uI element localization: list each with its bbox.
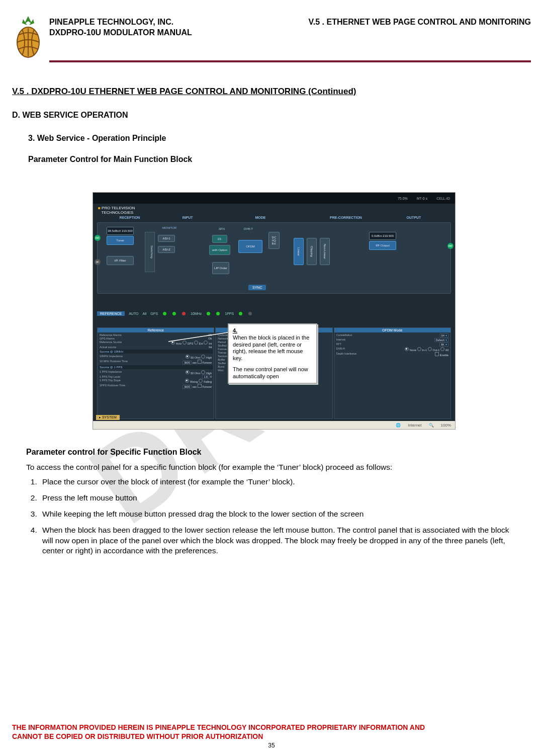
brand-line2: TECHNOLOGIES [102, 210, 134, 215]
status-internet: Internet [408, 423, 421, 428]
opt-none[interactable]: None [410, 349, 416, 352]
flow-header-reception: RECEPTION [97, 216, 162, 219]
section-d-heading: D. WEB SERVICE OPERATION [12, 111, 531, 120]
fft-select[interactable]: 8K [439, 343, 448, 347]
zoom-icon: 🔍 [429, 423, 434, 428]
callout-p1: When the block is placed in the desired … [233, 334, 309, 361]
reference-all: All [143, 312, 147, 315]
rf-port-out[interactable]: RF [447, 243, 454, 249]
block-rf-output[interactable]: RF Output [369, 241, 396, 250]
holdover-1pps-value[interactable]: 3600 [183, 385, 192, 389]
callout-number: 4. [233, 327, 237, 333]
mid-row-9: Burst [218, 365, 224, 368]
ref-alarms-label: Reference Alarms [100, 333, 122, 337]
block-clipping[interactable]: Clipping [307, 238, 317, 265]
holdover-10mhz-label: 10 MHz Holdover Time [100, 360, 128, 364]
step-4: When the block has been dragged to the l… [39, 525, 517, 555]
app-brand: ■ PRO TELEVISION TECHNOLOGIES [98, 206, 135, 215]
reference-label: REFERENCE [97, 311, 125, 316]
led-icon [216, 312, 220, 315]
block-nonlinear[interactable]: Non-Linear [320, 238, 330, 265]
radio-icon[interactable] [186, 355, 190, 359]
topbar-value-a: 75.0% [398, 197, 408, 200]
title-suffix: (Continued) [306, 87, 356, 96]
led-icon [172, 312, 176, 315]
block-lip[interactable]: LIP Order [212, 262, 229, 274]
sync-button[interactable]: SYNC [248, 285, 266, 290]
radio-icon[interactable] [201, 370, 205, 374]
block-with-option[interactable]: with Option [209, 245, 230, 255]
flow-header-mode: MODE [213, 216, 308, 219]
enable-label: Enable [440, 354, 448, 357]
radio-icon[interactable] [417, 347, 421, 351]
pineapple-logo-icon [12, 15, 44, 59]
tuner-freq-display: 38.5dBuV 219.500 [107, 227, 134, 235]
rf-port-in[interactable]: RF [95, 235, 101, 241]
block-linear[interactable]: Linear [294, 238, 304, 265]
holdover-10mhz-value[interactable]: 3600 [183, 361, 192, 365]
unit-sec-b: sec [193, 385, 197, 388]
instruction-callout: 4. When the block is placed in the desir… [228, 323, 317, 384]
block-tuner[interactable]: Tuner [107, 236, 134, 245]
status-zoom: 100% [441, 423, 451, 428]
if-port-in[interactable]: IF [95, 259, 101, 265]
sub-heading: Parameter Control for Main Function Bloc… [28, 155, 531, 164]
block-dc[interactable]: DC I/Q Ed. [268, 232, 280, 249]
radio-icon[interactable] [199, 379, 203, 383]
depth-interleave-label: Depth Interleave [336, 352, 356, 357]
callout-p2: The new control panel will now automatic… [233, 366, 308, 379]
forever-label: Forever [202, 361, 212, 364]
mid-row-4: Format [218, 348, 226, 351]
footer-line2: CANNOT BE COPIED OR DISTRIBUTED WITHOUT … [12, 732, 263, 740]
globe-icon: 🌐 [396, 423, 401, 428]
opt-high[interactable]: High [206, 356, 212, 359]
lower-intro: To access the control panel for a specif… [26, 463, 517, 472]
step-3: While keeping the left mouse button pres… [39, 509, 517, 519]
block-asi2[interactable]: ASI-2 [158, 246, 175, 253]
opt-rising[interactable]: Rising [190, 380, 198, 383]
checkbox-icon[interactable] [198, 360, 202, 364]
led-icon [182, 312, 186, 315]
ref-source-label: Reference Source [100, 341, 122, 345]
opt-falling[interactable]: Falling [204, 380, 212, 383]
checkbox-icon[interactable] [198, 384, 202, 388]
panel-ofdm-mode[interactable]: OFDM Mode Constellation64 IntervalDefaul… [334, 327, 451, 419]
header-rule [49, 60, 531, 62]
opt-in1[interactable]: In-1 [422, 349, 427, 352]
opt-out1[interactable]: Out-1 [433, 349, 440, 352]
opt-50ohm-b[interactable]: 50 Ohm [191, 372, 201, 375]
step-1: Place the cursor over the block of inter… [39, 477, 517, 487]
radio-icon[interactable] [405, 347, 409, 351]
page-number: 35 [12, 742, 531, 749]
interval-select[interactable]: Default [434, 338, 448, 342]
actual-source-label: Actual source [100, 346, 116, 349]
radio-icon[interactable] [440, 347, 444, 351]
trip-slope-label: 1 PPS Trip Slope [100, 379, 121, 383]
mid-row-6: Section [218, 355, 227, 358]
imp-1pps-label: 1 PPS Impedance [100, 370, 122, 375]
reference-1pps: 1PPS [225, 312, 234, 315]
system-button[interactable]: ▸ SYSTEM [96, 415, 120, 420]
header-company: PINEAPPLE TECHNOLOGY, INC. [49, 17, 192, 28]
opt-all[interactable]: All [445, 349, 448, 352]
block-ip-filter[interactable]: I/P. Filter [107, 256, 134, 265]
checkbox-icon[interactable] [435, 352, 439, 356]
mid-row-7: Buffer [218, 358, 225, 361]
lower-heading: Parameter control for Specific Function … [26, 448, 517, 457]
constellation-select[interactable]: 64 [440, 333, 448, 338]
block-ofdm[interactable]: OFDM [238, 240, 262, 253]
led-icon [248, 312, 252, 315]
opt-50ohm[interactable]: 50 Ohm [191, 356, 201, 359]
radio-icon[interactable] [185, 379, 189, 383]
switching-block[interactable]: Switching [145, 232, 155, 272]
section-3-heading: 3. Web Service - Operation Principle [28, 134, 531, 143]
mid-row-10: Misc [218, 369, 223, 372]
radio-icon[interactable] [186, 370, 190, 374]
radio-icon[interactable] [428, 347, 432, 351]
trip-level-value[interactable]: 1.6 [202, 375, 209, 379]
block-asi1[interactable]: ASI-1 [158, 235, 175, 242]
fft-label: FFT [336, 343, 341, 347]
block-23[interactable]: 23. [212, 235, 227, 243]
reference-10mhz: 10MHz [191, 312, 202, 315]
radio-icon[interactable] [201, 355, 205, 359]
